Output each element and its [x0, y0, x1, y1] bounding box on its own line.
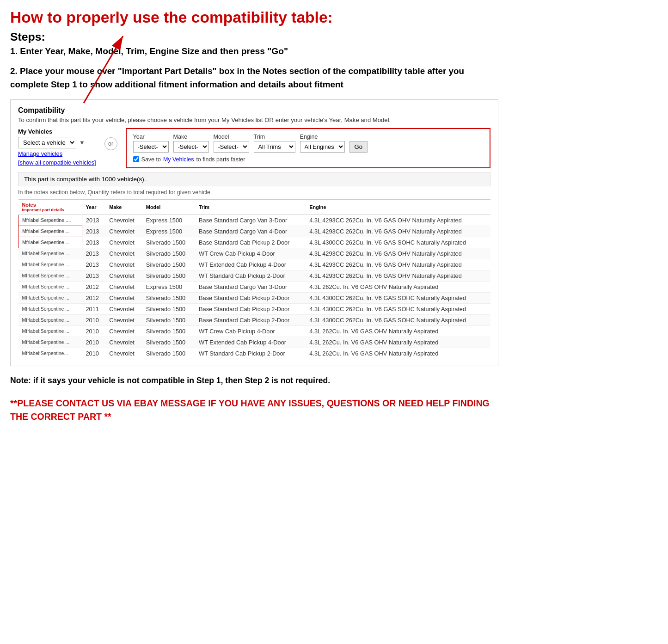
- compatibility-table: Notes Important part details Year Make M…: [18, 199, 490, 359]
- table-header-row: Notes Important part details Year Make M…: [18, 199, 491, 215]
- table-row: Mfrlabel:Serpentine...2010ChevroletSilve…: [18, 348, 491, 359]
- my-vehicles-label: My Vehicles: [18, 128, 96, 135]
- note-body: Note: if it says your vehicle is not com…: [10, 374, 498, 386]
- trim-field-group: Trim All Trims: [254, 134, 295, 153]
- table-row: Mfrlabel:Serpentine ...2010ChevroletSilv…: [18, 325, 491, 337]
- table-row: Mfrlabel:Serpentine ...2011ChevroletSilv…: [18, 303, 491, 314]
- table-row: Mfrlabel:Serpentine....2013ChevroletSilv…: [18, 237, 491, 248]
- compatibility-section: Compatibility To confirm that this part …: [10, 99, 498, 366]
- col-year: Year: [82, 199, 105, 215]
- save-my-vehicles-link[interactable]: My Vehicles: [163, 156, 194, 163]
- year-select[interactable]: -Select-: [133, 141, 169, 153]
- compat-title: Compatibility: [18, 106, 490, 115]
- trim-select[interactable]: All Trims: [254, 141, 295, 153]
- table-row: Mfrlabel:Serpentine ...2010ChevroletSilv…: [18, 337, 491, 348]
- year-label: Year: [133, 134, 169, 140]
- contact-note: **PLEASE CONTACT US VIA EBAY MESSAGE IF …: [10, 397, 498, 423]
- manage-vehicles-link[interactable]: Manage vehicles: [18, 150, 96, 157]
- model-label: Model: [214, 134, 249, 140]
- save-checkbox-row: Save to My Vehicles to finds parts faste…: [133, 156, 483, 163]
- table-row: Mfrlabel:Serpentine ...2012ChevroletSilv…: [18, 292, 491, 303]
- model-select[interactable]: -Select-: [214, 141, 249, 153]
- table-row: Mfrlabel:Serpentine ....2013ChevroletExp…: [18, 215, 491, 226]
- my-vehicles-section: My Vehicles Select a vehicle ▼ Manage ve…: [18, 128, 490, 168]
- model-field-group: Model -Select-: [214, 134, 249, 153]
- table-row: Mfrlabel:Serpentine....2013ChevroletExpr…: [18, 226, 491, 237]
- table-row: Mfrlabel:Serpentine ...2013ChevroletSilv…: [18, 259, 491, 270]
- or-circle: or: [104, 137, 117, 150]
- svg-line-1: [84, 36, 123, 103]
- compat-info-bar: This part is compatible with 1000 vehicl…: [18, 172, 490, 186]
- make-select[interactable]: -Select-: [173, 141, 209, 153]
- make-label: Make: [173, 134, 209, 140]
- col-trim: Trim: [195, 199, 306, 215]
- go-button[interactable]: Go: [349, 141, 368, 153]
- dropdown-arrow-icon: ▼: [79, 139, 85, 146]
- col-engine: Engine: [306, 199, 490, 215]
- quantity-note: In the notes section below, Quantity ref…: [18, 189, 490, 196]
- save-suffix: to finds parts faster: [196, 156, 245, 163]
- table-row: Mfrlabel:Serpentine ...2010ChevroletSilv…: [18, 314, 491, 325]
- select-vehicle-dropdown[interactable]: Select a vehicle: [18, 137, 76, 148]
- make-field-group: Make -Select-: [173, 134, 209, 153]
- select-vehicle-row: Select a vehicle ▼: [18, 137, 96, 148]
- table-row: Mfrlabel:Serpentine ...2013ChevroletSilv…: [18, 270, 491, 281]
- save-checkbox[interactable]: [133, 156, 139, 162]
- save-text: Save to: [141, 156, 161, 163]
- trim-label: Trim: [254, 134, 295, 140]
- table-row: Mfrlabel:Serpentine ...2012ChevroletExpr…: [18, 281, 491, 292]
- engine-field-group: Engine All Engines: [300, 134, 345, 153]
- col-make: Make: [105, 199, 142, 215]
- year-make-row: Year -Select- Make -Select- Model -Selec…: [133, 134, 483, 153]
- compat-subtitle: To confirm that this part fits your vehi…: [18, 117, 490, 123]
- show-compatible-link[interactable]: [show all compatible vehicles]: [18, 159, 96, 166]
- red-arrow-icon: [79, 31, 130, 105]
- engine-select[interactable]: All Engines: [300, 141, 345, 153]
- my-vehicles-col: My Vehicles Select a vehicle ▼ Manage ve…: [18, 128, 96, 166]
- year-make-engine-section: Year -Select- Make -Select- Model -Selec…: [126, 128, 490, 168]
- page-title: How to properly use the compatibility ta…: [10, 8, 498, 27]
- engine-label: Engine: [300, 134, 345, 140]
- col-notes: Notes Important part details: [18, 199, 82, 215]
- col-model: Model: [142, 199, 195, 215]
- year-field-group: Year -Select-: [133, 134, 169, 153]
- table-row: Mfrlabel:Serpentine ...2013ChevroletSilv…: [18, 248, 491, 259]
